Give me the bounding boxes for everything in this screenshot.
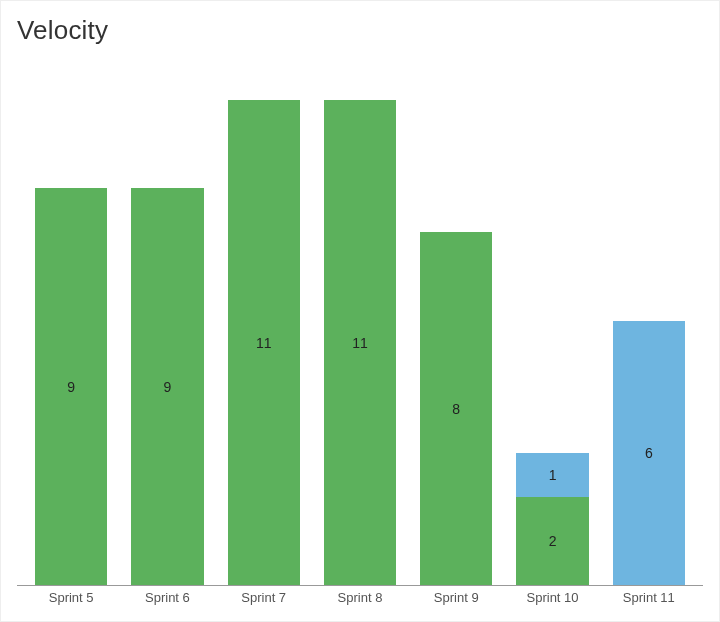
x-axis-label: Sprint 5 (23, 590, 119, 605)
velocity-chart: Velocity 9 0 9 0 11 0 (0, 0, 720, 622)
bar-sprint-10: 2 1 (516, 453, 588, 585)
bar-slot: 11 0 (216, 54, 312, 585)
bar-sprint-6: 9 0 (131, 188, 203, 585)
bar-sprint-7: 11 0 (228, 100, 300, 585)
bar-segment-completed: 11 (324, 100, 396, 585)
bar-sprint-8: 11 0 (324, 100, 396, 585)
bar-slot: 0 6 (601, 54, 697, 585)
bar-sprint-5: 9 0 (35, 188, 107, 585)
bar-slot: 9 0 (119, 54, 215, 585)
bar-segment-completed: 2 (516, 497, 588, 585)
bar-sprint-11: 0 6 (613, 321, 685, 586)
x-axis-label: Sprint 7 (216, 590, 312, 605)
bar-segment-completed: 8 (420, 232, 492, 585)
bar-slot: 2 1 (504, 54, 600, 585)
x-axis-label: Sprint 9 (408, 590, 504, 605)
bar-slot: 8 0 (408, 54, 504, 585)
x-axis-labels: Sprint 5 Sprint 6 Sprint 7 Sprint 8 Spri… (17, 586, 703, 605)
x-axis-label: Sprint 11 (601, 590, 697, 605)
bar-sprint-9: 8 0 (420, 232, 492, 585)
bar-segment-completed: 9 (131, 188, 203, 585)
x-axis-label: Sprint 10 (504, 590, 600, 605)
x-axis-label: Sprint 8 (312, 590, 408, 605)
x-axis-label: Sprint 6 (119, 590, 215, 605)
chart-title: Velocity (17, 15, 703, 46)
bar-segment-planned: 6 (613, 321, 685, 586)
plot-area: 9 0 9 0 11 0 11 0 (17, 54, 703, 605)
bar-slot: 9 0 (23, 54, 119, 585)
bar-slot: 11 0 (312, 54, 408, 585)
bar-segment-completed: 9 (35, 188, 107, 585)
bar-segment-completed: 11 (228, 100, 300, 585)
bars-region: 9 0 9 0 11 0 11 0 (17, 54, 703, 586)
bar-segment-planned: 1 (516, 453, 588, 497)
